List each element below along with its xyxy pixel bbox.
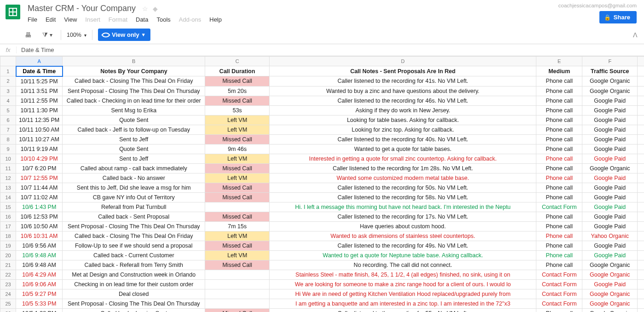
cell-medium[interactable]: Phone call [536,115,582,125]
cell-medium[interactable]: Contact Form [536,289,582,299]
menu-edit[interactable]: Edit [46,16,56,23]
cell-source[interactable]: Google Paid [582,212,638,221]
cell-call-notes[interactable]: No recording. The call did not connect. [270,260,536,270]
cell-notes[interactable]: Referall from Pat Turnbull [63,202,205,212]
cell-duration[interactable]: Left VM [205,231,270,241]
cell-source[interactable]: Google Organic [582,308,638,312]
cell-duration[interactable]: Left VM [205,250,270,260]
cell-source[interactable]: Google Paid [582,115,638,125]
cell-notes[interactable]: Called back - Closing The This Deal On F… [63,76,205,87]
cell-datetime[interactable]: 10/6 12:53 PM [16,212,63,221]
cell-datetime[interactable]: 10/6 10:31 AM [16,231,63,241]
cell-call-notes[interactable]: I am getting a banquette and am interest… [270,299,536,308]
account-email[interactable]: coachjessicacampos@gmail.com [558,3,637,8]
cell-call-notes[interactable]: Hi We are in need of getting Kitchen Ven… [270,289,536,299]
cell-source[interactable]: Google Paid [582,105,638,115]
cell-source[interactable]: Google Paid [582,192,638,202]
cell-notes[interactable]: Sent Proposal - Closing The This Deal On… [63,86,205,96]
cell-phone[interactable]: 630-544-6868 [638,96,644,105]
spreadsheet-grid[interactable]: ABCDEFG1Date & TimeNotes By Your Company… [0,56,644,312]
column-letter[interactable]: G [638,57,644,66]
cell-datetime[interactable]: 10/6 10:50 AM [16,221,63,231]
column-letter[interactable]: B [63,57,205,66]
menu-help[interactable]: Help [209,16,222,23]
cell-phone[interactable]: 269-422-1643 [638,163,644,173]
cell-duration[interactable] [205,279,270,289]
row-number[interactable]: 17 [0,221,16,231]
cell-source[interactable]: Google Paid [582,202,638,212]
cell-source[interactable]: Google Organic [582,289,638,299]
star-icon[interactable]: ☆ [142,5,148,12]
cell-notes[interactable]: Called back - Checking in on lead time f… [63,96,205,105]
collapse-toolbar-icon[interactable]: ᐱ [633,31,640,39]
cell-phone[interactable]: 419-266-2945 [638,231,644,241]
row-number[interactable]: 10 [0,154,16,163]
cell-datetime[interactable]: 10/11 2:55 PM [16,96,63,105]
cell-duration[interactable]: 5m 20s [205,86,270,96]
cell-call-notes[interactable]: Stainless Steel - matte finish, 84, 25, … [270,270,536,279]
cell-medium[interactable]: Phone call [536,76,582,87]
cell-duration[interactable]: 53s [205,105,270,115]
cell-datetime[interactable]: 10/5 5:33 PM [16,299,63,308]
cell-call-notes[interactable]: Wanted some customized modern metal tabl… [270,173,536,183]
cell-source[interactable]: Google Paid [582,96,638,105]
drive-icon[interactable]: ◆ [153,5,158,12]
cell-phone[interactable]: 910-578-6027 [638,289,644,299]
cell-call-notes[interactable]: Caller listened to the recording for 50s… [270,183,536,192]
cell-notes[interactable]: Sent Proposal - Closing The This Deal On… [63,299,205,308]
cell-medium[interactable]: Phone call [536,163,582,173]
row-number[interactable]: 6 [0,115,16,125]
cell-medium[interactable]: Phone call [536,105,582,115]
cell-source[interactable]: Google Paid [582,279,638,289]
cell-notes[interactable]: Called about ramp - call back immediatel… [63,163,205,173]
cell-duration[interactable]: Missed Call [205,308,270,312]
cell-medium[interactable]: Phone call [536,308,582,312]
cell-notes[interactable]: Called back - No answer [63,173,205,183]
column-header[interactable]: Notes By Your Company [63,66,205,76]
cell-phone[interactable]: 312-622-8345 [638,144,644,154]
row-number[interactable]: 4 [0,96,16,105]
cell-phone[interactable]: 617-739-1804 [638,192,644,202]
row-number[interactable]: 2 [0,76,16,87]
column-letter[interactable]: D [270,57,536,66]
cell-medium[interactable]: Contact Form [536,299,582,308]
cell-notes[interactable]: Called back - Closing The This Deal On F… [63,231,205,241]
cell-source[interactable]: Google Paid [582,183,638,192]
row-number[interactable]: 18 [0,231,16,241]
cell-datetime[interactable]: 10/6 9:56 AM [16,241,63,250]
column-letter[interactable]: A [16,57,63,66]
cell-medium[interactable]: Phone call [536,125,582,134]
cell-notes[interactable]: Quote Sent [63,144,205,154]
row-number[interactable]: 23 [0,279,16,289]
row-number[interactable]: 22 [0,270,16,279]
cell-notes[interactable]: Quote Sent [63,115,205,125]
cell-call-notes[interactable]: Looking for table bases. Asking for call… [270,115,536,125]
cell-phone[interactable]: 402-578-7286 [638,183,644,192]
cell-source[interactable]: Google Organic [582,270,638,279]
cell-datetime[interactable]: 10/11 5:25 PM [16,76,63,87]
cell-medium[interactable]: Phone call [536,154,582,163]
cell-source[interactable]: Google Organic [582,299,638,308]
cell-notes[interactable]: Called back - Referall from Terry Smith [63,260,205,270]
cell-phone[interactable]: 212-213-2102 [638,86,644,96]
cell-notes[interactable]: Sent to Jeff [63,134,205,144]
cell-source[interactable]: Google Paid [582,134,638,144]
cell-medium[interactable]: Phone call [536,86,582,96]
cell-source[interactable]: Google Organic [582,86,638,96]
cell-duration[interactable]: Missed Call [205,163,270,173]
cell-duration[interactable] [205,270,270,279]
cell-source[interactable]: Google Paid [582,221,638,231]
cell-call-notes[interactable]: Caller listened to the recording for 55s… [270,308,536,312]
row-number[interactable]: 26 [0,308,16,312]
menu-tools[interactable]: Tools [156,16,170,23]
cell-notes[interactable]: Follow-Up to see if we should send a pro… [63,241,205,250]
filter-icon[interactable]: ⧩▾ [40,29,55,40]
column-header[interactable]: Traffic Source [582,66,638,76]
cell-phone[interactable]: 609-760-9756 [638,270,644,279]
cell-call-notes[interactable]: Wanted to get a quote for table bases. [270,144,536,154]
cell-duration[interactable] [205,202,270,212]
cell-source[interactable]: Google Paid [582,173,638,183]
cell-medium[interactable]: Phone call [536,241,582,250]
column-header[interactable]: Call Notes - Sent Proposals Are In Red [270,66,536,76]
cell-notes[interactable]: Called back - Jeff is to follow-up on Tu… [63,125,205,134]
